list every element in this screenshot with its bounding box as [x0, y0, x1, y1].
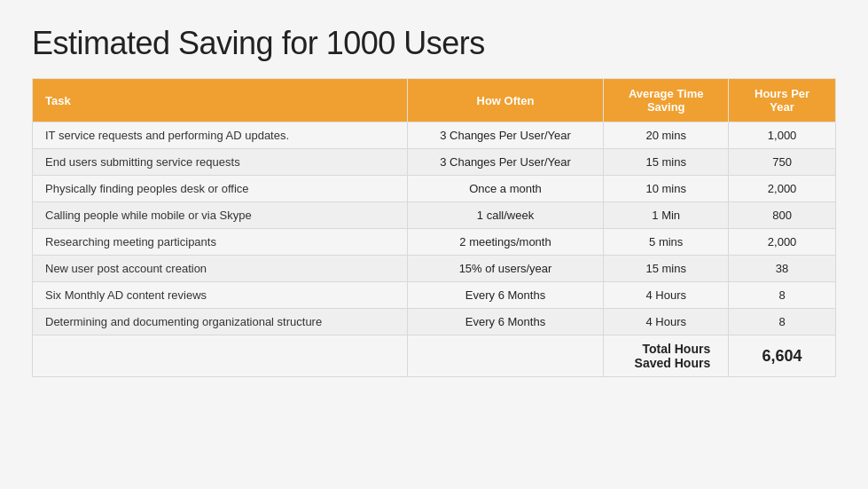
slide: Estimated Saving for 1000 Users Task How…	[0, 0, 868, 489]
cell-task: Physically finding peoples desk or offic…	[33, 176, 408, 202]
cell-task: End users submitting service requests	[33, 149, 408, 176]
table-row: Researching meeting participants2 meetin…	[33, 229, 836, 256]
cell-how-often: 1 call/week	[407, 202, 603, 229]
cell-hours-per-year: 2,000	[729, 176, 836, 202]
cell-avg-time: 10 mins	[604, 176, 729, 202]
col-header-how-often: How Often	[407, 79, 603, 122]
cell-hours-per-year: 8	[729, 309, 836, 335]
col-header-task: Task	[33, 79, 408, 122]
cell-hours-per-year: 2,000	[729, 229, 836, 256]
cell-task: Six Monthly AD content reviews	[33, 282, 408, 309]
cell-how-often: 3 Changes Per User/Year	[407, 122, 603, 149]
cell-avg-time: 15 mins	[604, 256, 729, 282]
savings-table: Task How Often Average Time Saving Hours…	[32, 78, 836, 377]
cell-how-often: Every 6 Months	[407, 282, 603, 309]
total-label: Total Hours Saved Hours	[604, 335, 729, 377]
table-row: New user post account creation15% of use…	[33, 256, 836, 282]
table-row: Physically finding peoples desk or offic…	[33, 176, 836, 202]
cell-avg-time: 4 Hours	[604, 309, 729, 335]
cell-avg-time: 1 Min	[604, 202, 729, 229]
cell-hours-per-year: 38	[729, 256, 836, 282]
cell-task: Determining and documenting organization…	[33, 309, 408, 335]
table-row: End users submitting service requests3 C…	[33, 149, 836, 176]
total-row: Total Hours Saved Hours6,604	[33, 335, 836, 377]
cell-avg-time: 5 mins	[604, 229, 729, 256]
total-empty-1	[33, 335, 408, 377]
total-empty-2	[407, 335, 603, 377]
table-row: IT service requests and performing AD up…	[33, 122, 836, 149]
cell-avg-time: 4 Hours	[604, 282, 729, 309]
cell-task: Researching meeting participants	[33, 229, 408, 256]
cell-task: IT service requests and performing AD up…	[33, 122, 408, 149]
table-row: Calling people while mobile or via Skype…	[33, 202, 836, 229]
total-value: 6,604	[729, 335, 836, 377]
cell-avg-time: 20 mins	[604, 122, 729, 149]
page-title: Estimated Saving for 1000 Users	[32, 25, 836, 62]
cell-task: New user post account creation	[33, 256, 408, 282]
cell-how-often: Every 6 Months	[407, 309, 603, 335]
col-header-hours-per-year: Hours Per Year	[729, 79, 836, 122]
cell-hours-per-year: 800	[729, 202, 836, 229]
table-row: Determining and documenting organization…	[33, 309, 836, 335]
cell-how-often: 2 meetings/month	[407, 229, 603, 256]
cell-avg-time: 15 mins	[604, 149, 729, 176]
col-header-avg-time: Average Time Saving	[604, 79, 729, 122]
table-row: Six Monthly AD content reviewsEvery 6 Mo…	[33, 282, 836, 309]
cell-hours-per-year: 1,000	[729, 122, 836, 149]
cell-how-often: 3 Changes Per User/Year	[407, 149, 603, 176]
cell-task: Calling people while mobile or via Skype	[33, 202, 408, 229]
cell-hours-per-year: 750	[729, 149, 836, 176]
cell-hours-per-year: 8	[729, 282, 836, 309]
cell-how-often: 15% of users/year	[407, 256, 603, 282]
cell-how-often: Once a month	[407, 176, 603, 202]
